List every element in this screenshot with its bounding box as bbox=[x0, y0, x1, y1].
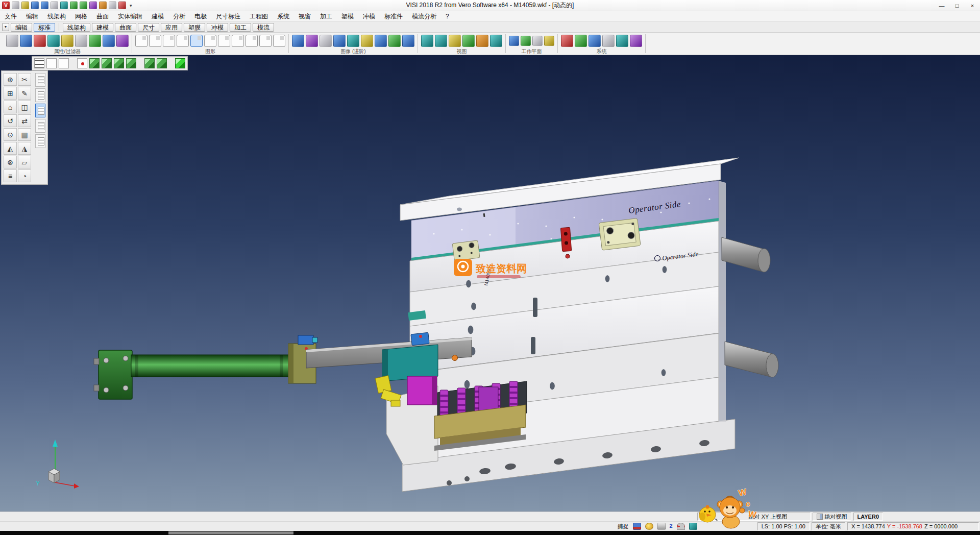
help-icon[interactable] bbox=[118, 2, 126, 9]
color-filter-icon[interactable] bbox=[103, 35, 115, 47]
menu-item[interactable]: ? bbox=[441, 11, 454, 22]
menu-item[interactable]: 冲模 bbox=[358, 11, 380, 22]
open-file-icon[interactable] bbox=[21, 2, 29, 9]
tab-edit[interactable]: 编辑 bbox=[11, 23, 32, 32]
workflow-tab[interactable]: 塑膜 bbox=[184, 23, 205, 32]
graphics-view-icon-active[interactable] bbox=[190, 35, 203, 47]
view-iso-icon[interactable] bbox=[449, 35, 461, 47]
layers-icon[interactable] bbox=[630, 35, 642, 47]
tab-standard[interactable]: 标准 bbox=[34, 23, 55, 32]
menu-item[interactable]: 系统 bbox=[273, 11, 294, 22]
wireframe-box-icon[interactable] bbox=[46, 58, 57, 68]
split-view-icon[interactable]: ◫ bbox=[18, 101, 31, 113]
workflow-tab[interactable]: 建模 bbox=[92, 23, 113, 32]
mesh-icon[interactable]: ▦ bbox=[18, 128, 31, 141]
wireframe-view-icon[interactable] bbox=[306, 35, 318, 47]
point-icon[interactable]: ⊙ bbox=[4, 128, 17, 141]
undo-icon[interactable] bbox=[70, 2, 78, 9]
workplane-view-icon[interactable] bbox=[544, 36, 554, 46]
workflow-tab[interactable]: 模流 bbox=[253, 23, 274, 32]
menu-item[interactable]: 模流分析 bbox=[407, 11, 441, 22]
view-cube-icon[interactable] bbox=[114, 58, 124, 68]
cone-icon[interactable]: ◭ bbox=[4, 142, 17, 155]
view-cube-icon[interactable] bbox=[157, 58, 167, 68]
reset-filter-icon[interactable] bbox=[116, 35, 129, 47]
maximize-button[interactable]: □ bbox=[949, 1, 965, 11]
attribute-brush-icon[interactable] bbox=[89, 35, 101, 47]
graphics-view-icon[interactable] bbox=[177, 35, 189, 47]
iso-view-cube-icon[interactable] bbox=[175, 58, 185, 68]
graphics-view-icon[interactable] bbox=[204, 35, 216, 47]
workplane-3pt-icon[interactable] bbox=[532, 36, 543, 46]
menu-item[interactable]: 塑模 bbox=[337, 11, 358, 22]
graphics-view-icon[interactable] bbox=[259, 35, 272, 47]
render-icon[interactable] bbox=[402, 35, 414, 47]
snowflake-icon[interactable] bbox=[602, 35, 615, 47]
view-cube-icon[interactable] bbox=[102, 58, 112, 68]
zoom-icon[interactable]: ⊕ bbox=[4, 73, 17, 86]
paste-icon[interactable] bbox=[99, 2, 107, 9]
cube-icon[interactable] bbox=[689, 523, 697, 530]
pan-icon[interactable] bbox=[347, 35, 359, 47]
absolute-view-field[interactable]: 绝对视图 bbox=[813, 513, 851, 521]
quick-access-more-icon[interactable]: ▾ bbox=[128, 3, 134, 8]
clipboard-view-icon[interactable] bbox=[35, 88, 45, 102]
graphics-view-icon[interactable] bbox=[232, 35, 244, 47]
copy-icon[interactable] bbox=[89, 2, 97, 9]
printer-icon[interactable] bbox=[657, 523, 666, 530]
taskbar-item[interactable] bbox=[168, 531, 293, 534]
section-view-icon[interactable] bbox=[388, 35, 401, 47]
workflow-tab[interactable]: 冲模 bbox=[207, 23, 228, 32]
save-all-icon[interactable] bbox=[41, 2, 48, 9]
menu-item[interactable]: 线架构 bbox=[43, 11, 70, 22]
zoom-window-icon[interactable] bbox=[361, 35, 373, 47]
menu-item[interactable]: 网格 bbox=[70, 11, 92, 22]
snap-label[interactable]: 捕捉 bbox=[618, 523, 629, 530]
menu-icon[interactable] bbox=[34, 58, 44, 68]
layer-field[interactable]: LAYER0 bbox=[853, 513, 883, 521]
camera-icon[interactable] bbox=[476, 35, 488, 47]
dynamic-rotate-icon[interactable] bbox=[333, 35, 346, 47]
menu-item[interactable]: 尺寸标注 bbox=[211, 11, 245, 22]
menu-item[interactable]: 视窗 bbox=[294, 11, 315, 22]
menu-item[interactable]: 编辑 bbox=[21, 11, 43, 22]
graphics-view-icon[interactable] bbox=[149, 35, 161, 47]
graphics-view-icon[interactable] bbox=[163, 35, 175, 47]
menu-item[interactable]: 工程图 bbox=[245, 11, 273, 22]
swap-icon[interactable]: ⇄ bbox=[18, 114, 31, 127]
workflow-tab[interactable]: 线架构 bbox=[63, 23, 90, 32]
menu-item[interactable]: 电极 bbox=[190, 11, 211, 22]
menu-item[interactable]: 文件 bbox=[0, 11, 21, 22]
display-icon[interactable] bbox=[633, 523, 641, 530]
plane-icon[interactable]: ▱ bbox=[18, 156, 31, 168]
workplane-align-icon[interactable] bbox=[521, 36, 531, 46]
properties-icon[interactable] bbox=[6, 35, 18, 47]
matrix-icon[interactable] bbox=[616, 35, 628, 47]
trim-icon[interactable]: ✂ bbox=[18, 73, 31, 86]
graphics-view-icon[interactable] bbox=[246, 35, 258, 47]
table-icon[interactable] bbox=[589, 35, 601, 47]
origin-point-icon[interactable] bbox=[77, 58, 87, 68]
workflow-tab[interactable]: 加工 bbox=[230, 23, 251, 32]
highlight-icon[interactable] bbox=[61, 35, 74, 47]
menu-item[interactable]: 分析 bbox=[168, 11, 190, 22]
view-rotate-icon[interactable] bbox=[462, 35, 475, 47]
zoom-fit-icon[interactable] bbox=[375, 35, 387, 47]
view-previous-icon[interactable] bbox=[490, 35, 502, 47]
print-icon[interactable] bbox=[51, 2, 58, 9]
view-top-icon[interactable] bbox=[421, 35, 433, 47]
workflow-tab[interactable]: 曲面 bbox=[115, 23, 136, 32]
cylinder-icon[interactable]: ◮ bbox=[18, 142, 31, 155]
layer-filter-icon[interactable] bbox=[75, 35, 87, 47]
color-palette-icon[interactable] bbox=[561, 35, 573, 47]
graphics-view-icon[interactable] bbox=[218, 35, 230, 47]
graphics-grid-icon[interactable] bbox=[273, 35, 285, 47]
model-viewport[interactable]: Operator Side Operator Side M14059 致造资料网 bbox=[0, 55, 980, 512]
shaded-box-icon[interactable] bbox=[59, 58, 69, 68]
workplane-icon[interactable] bbox=[509, 36, 519, 46]
sketch-icon[interactable]: ✎ bbox=[18, 87, 31, 100]
save-icon[interactable] bbox=[31, 2, 39, 9]
magnifier-icon[interactable] bbox=[710, 515, 715, 519]
clipboard-view-icon-active[interactable] bbox=[35, 104, 45, 117]
preview-icon[interactable] bbox=[60, 2, 68, 9]
